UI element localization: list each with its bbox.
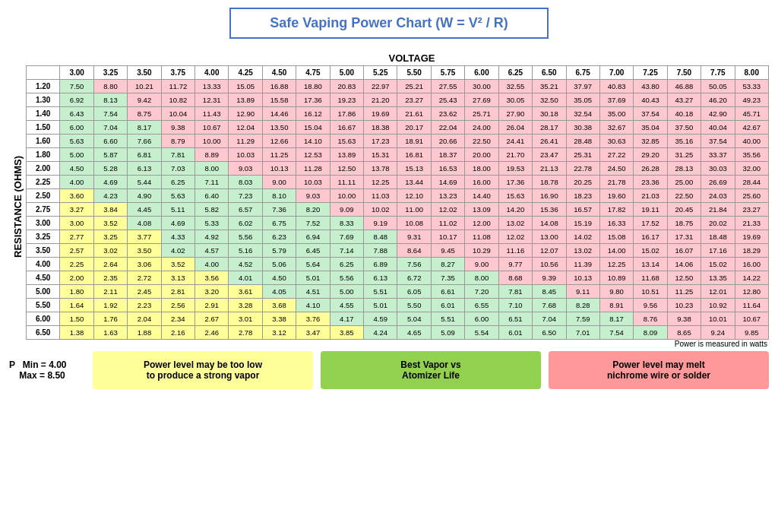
power-cell: 4.90 — [128, 189, 161, 203]
power-cell: 4.02 — [161, 244, 194, 258]
power-cell: 27.90 — [498, 107, 532, 121]
voltage-header: 4.00 — [195, 66, 229, 80]
power-cell: 12.50 — [667, 271, 701, 285]
power-cell: 15.58 — [262, 93, 296, 107]
power-cell: 26.04 — [498, 121, 532, 135]
resistance-value: 2.50 — [27, 189, 60, 203]
power-cell: 6.89 — [364, 258, 397, 271]
power-cell: 5.28 — [93, 162, 127, 176]
power-cell: 24.50 — [599, 162, 633, 176]
power-cell: 9.00 — [465, 258, 498, 271]
power-cell: 12.90 — [229, 107, 262, 121]
power-cell: 21.20 — [364, 93, 397, 107]
power-cell: 8.10 — [262, 189, 296, 203]
power-cell: 7.68 — [533, 299, 566, 312]
power-cell: 13.09 — [465, 203, 498, 217]
power-cell: 1.92 — [93, 299, 127, 312]
power-cell: 12.10 — [397, 189, 431, 203]
power-cell: 12.01 — [701, 285, 735, 299]
power-cell: 8.65 — [667, 326, 701, 340]
power-cell: 4.33 — [161, 230, 194, 244]
voltage-header: 5.50 — [397, 66, 431, 80]
power-cell: 12.00 — [465, 217, 498, 230]
power-cell: 2.00 — [60, 271, 93, 285]
power-cell: 14.40 — [465, 189, 498, 203]
power-cell: 17.86 — [330, 107, 363, 121]
power-cell: 5.44 — [128, 176, 161, 189]
power-cell: 2.77 — [60, 230, 93, 244]
voltage-header: 5.25 — [364, 66, 397, 80]
power-cell: 46.20 — [701, 93, 735, 107]
power-cell: 13.14 — [634, 258, 667, 271]
power-cell: 21.61 — [397, 107, 431, 121]
power-cell: 9.56 — [634, 299, 667, 312]
power-cell: 6.13 — [364, 271, 397, 285]
power-cell: 12.02 — [498, 230, 532, 244]
power-cell: 6.94 — [296, 230, 330, 244]
power-cell: 10.23 — [667, 299, 701, 312]
power-cell: 6.01 — [498, 326, 532, 340]
power-cell: 32.00 — [735, 162, 768, 176]
power-cell: 1.64 — [60, 299, 93, 312]
power-cell: 10.00 — [330, 189, 363, 203]
power-cell: 18.23 — [566, 189, 599, 203]
resistance-value: 4.00 — [27, 258, 60, 271]
table-row: 6.501.381.631.882.162.462.783.123.473.85… — [27, 326, 769, 340]
power-cell: 16.88 — [262, 80, 296, 93]
power-cell: 1.63 — [93, 326, 127, 340]
power-cell: 9.00 — [262, 176, 296, 189]
power-cell: 40.83 — [599, 80, 633, 93]
power-cell: 7.11 — [195, 176, 229, 189]
power-cell: 45.71 — [735, 107, 768, 121]
voltage-header: 7.50 — [667, 66, 701, 80]
power-cell: 18.78 — [533, 176, 566, 189]
power-cell: 28.13 — [667, 162, 701, 176]
power-cell: 10.89 — [599, 271, 633, 285]
power-cell: 21.03 — [634, 189, 667, 203]
power-cell: 9.77 — [498, 258, 532, 271]
power-cell: 6.60 — [93, 135, 127, 148]
power-cell: 13.02 — [566, 244, 599, 258]
voltage-header: 4.50 — [262, 66, 296, 80]
power-cell: 10.13 — [566, 271, 599, 285]
power-cell: 28.17 — [533, 121, 566, 135]
resistance-value: 6.50 — [27, 326, 60, 340]
power-cell: 11.29 — [229, 135, 262, 148]
power-cell: 8.00 — [465, 271, 498, 285]
power-cell: 25.00 — [667, 176, 701, 189]
power-cell: 26.41 — [533, 135, 566, 148]
power-cell: 12.66 — [262, 135, 296, 148]
legend-green: Best Vapor vsAtomizer Life — [321, 351, 541, 389]
power-cell: 6.81 — [128, 148, 161, 162]
power-cell: 30.38 — [566, 121, 599, 135]
power-cell: 25.21 — [397, 80, 431, 93]
power-cell: 15.13 — [397, 162, 431, 176]
power-cell: 3.68 — [262, 299, 296, 312]
voltage-header: 6.25 — [498, 66, 532, 80]
power-cell: 5.64 — [296, 258, 330, 271]
power-cell: 13.44 — [397, 176, 431, 189]
power-cell: 53.33 — [735, 80, 768, 93]
power-cell: 3.47 — [296, 326, 330, 340]
power-cell: 29.20 — [634, 148, 667, 162]
power-cell: 32.54 — [566, 107, 599, 121]
power-cell: 7.23 — [229, 189, 262, 203]
power-cell: 8.33 — [330, 217, 363, 230]
power-cell: 40.00 — [735, 135, 768, 148]
power-cell: 35.56 — [735, 148, 768, 162]
power-cell: 14.02 — [566, 230, 599, 244]
power-cell: 2.57 — [60, 244, 93, 258]
power-cell: 16.07 — [667, 244, 701, 258]
power-cell: 8.00 — [195, 162, 229, 176]
power-cell: 3.52 — [93, 217, 127, 230]
power-cell: 21.13 — [533, 162, 566, 176]
power-cell: 27.69 — [465, 93, 498, 107]
power-cell: 7.36 — [262, 203, 296, 217]
power-cell: 12.25 — [364, 176, 397, 189]
power-cell: 40.18 — [667, 107, 701, 121]
voltage-header: 8.00 — [735, 66, 768, 80]
power-cell: 21.78 — [599, 176, 633, 189]
power-cell: 11.08 — [465, 230, 498, 244]
power-cell: 6.23 — [262, 230, 296, 244]
power-cell: 7.54 — [599, 326, 633, 340]
